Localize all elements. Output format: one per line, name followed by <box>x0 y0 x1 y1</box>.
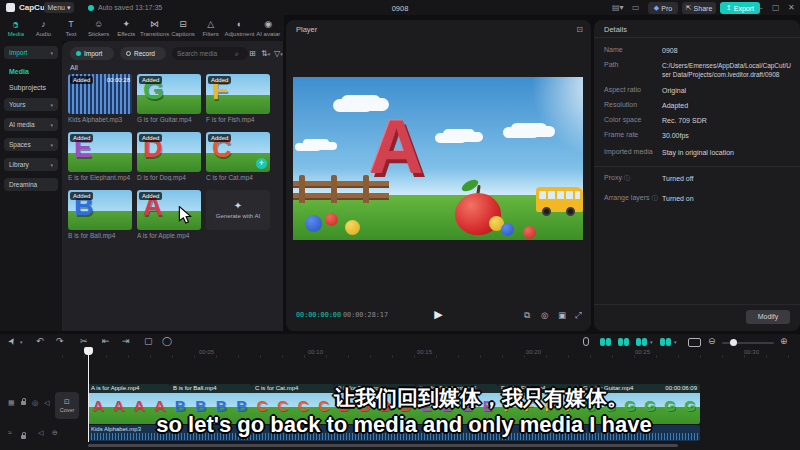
grid-view-icon[interactable]: ⊞ <box>249 49 256 58</box>
lock-track-icon[interactable] <box>21 435 26 439</box>
media-item-c[interactable]: C Added + C is for Cat.mp4 <box>206 132 270 181</box>
tab-filters[interactable]: △Filters <box>197 19 225 37</box>
autosave-status-icon <box>88 5 94 11</box>
hide-track-icon[interactable]: ◎ <box>32 399 38 407</box>
import-dot-icon <box>76 51 81 56</box>
delete-right-icon[interactable]: ⇥ <box>122 336 130 346</box>
tab-adjustment[interactable]: ◐Adjustment <box>224 19 254 37</box>
mirror-preview-icon[interactable]: ⧉ <box>524 310 530 321</box>
filter-all-label[interactable]: All <box>70 64 78 71</box>
zoom-in-icon[interactable]: ⊕ <box>780 336 788 346</box>
playhead-handle[interactable] <box>84 347 93 355</box>
chevron-down-icon[interactable]: ▾ <box>650 339 653 345</box>
added-badge: Added <box>139 192 162 200</box>
autosave-status: Auto saved 13:17:35 <box>98 4 162 11</box>
filter-icon[interactable]: ▽▾ <box>274 49 283 58</box>
ball-red <box>523 226 536 239</box>
undo-icon[interactable]: ↶ <box>36 336 44 346</box>
tab-transitions[interactable]: ⋈Transitions <box>140 19 169 37</box>
zoom-slider-handle[interactable] <box>730 339 737 346</box>
media-item-e[interactable]: E Added E is for Elephant.mp4 <box>68 132 132 181</box>
video-preview[interactable]: A <box>293 77 583 240</box>
maximize-button[interactable]: ▢ <box>772 3 780 12</box>
added-badge: Added <box>70 76 93 84</box>
lock-track-icon[interactable] <box>21 401 26 405</box>
import-button[interactable]: Import <box>70 47 114 60</box>
tab-captions[interactable]: ⊟Captions <box>169 19 197 37</box>
cloud <box>303 139 329 147</box>
tab-text[interactable]: TText <box>57 19 85 37</box>
media-item-f[interactable]: F Added F is for Fish.mp4 <box>206 74 270 123</box>
tab-media[interactable]: ▶Media <box>2 19 30 37</box>
sidebar-item-ai-media[interactable]: AI media▾ <box>4 118 58 131</box>
fullscreen-icon[interactable]: ⤢ <box>575 310 582 321</box>
generate-with-ai-tile[interactable]: ✦ Generate with AI <box>206 190 270 230</box>
chevron-down-icon[interactable]: ▾ <box>20 339 23 345</box>
detail-value: Adapted <box>662 101 794 110</box>
media-item-audio[interactable]: Added 00:00:28 Kids Alphabet.mp3 <box>68 74 132 123</box>
sidebar-item-import[interactable]: Import▾ <box>4 46 58 59</box>
detail-label: Proxy ⓘ <box>604 174 630 183</box>
sidebar-item-media[interactable]: Media <box>9 68 29 75</box>
tab-stickers[interactable]: ☺Stickers <box>85 19 113 37</box>
pro-button[interactable]: ◆Pro <box>648 2 678 14</box>
added-badge: Added <box>70 192 93 200</box>
add-to-timeline-button[interactable]: + <box>256 158 267 169</box>
tab-ai-avatar[interactable]: ◉AI avatar <box>254 19 282 37</box>
preview-axis-icon[interactable] <box>688 338 701 347</box>
tab-audio[interactable]: ♪Audio <box>30 19 58 37</box>
cover-button[interactable]: ⊡ Cover <box>55 392 79 419</box>
minimize-button[interactable]: – <box>758 3 762 12</box>
ruler-label: 00:15 <box>417 349 432 355</box>
layout-toggle-icon[interactable]: ▤▾ <box>612 3 624 12</box>
media-search[interactable]: ⌕ <box>172 47 248 60</box>
sidebar-item-spaces[interactable]: Spaces▾ <box>4 138 58 151</box>
tab-effects[interactable]: ✦Effects <box>112 19 140 37</box>
sort-icon[interactable]: ⇅▾ <box>261 49 270 58</box>
delete-left-icon[interactable]: ⇤ <box>102 336 110 346</box>
media-item-b[interactable]: B Added B is for Ball.mp4 <box>68 190 132 239</box>
media-item-g[interactable]: G Added G is for Guitar.mp4 <box>137 74 201 123</box>
mute-track-icon[interactable]: ◁ <box>44 399 49 407</box>
sidebar-item-yours[interactable]: Yours▾ <box>4 98 58 111</box>
search-input[interactable] <box>177 50 235 57</box>
detail-label: Path <box>604 61 618 68</box>
collapse-track-icon[interactable]: ⊖ <box>52 429 58 437</box>
media-item-name: F is for Fish.mp4 <box>206 116 270 123</box>
snap-toggle-icon[interactable] <box>636 338 647 346</box>
mic-icon[interactable] <box>583 337 589 346</box>
collapse-panel-icon[interactable]: ⊡ <box>576 25 583 34</box>
sidebar-item-subprojects[interactable]: Subprojects <box>9 84 46 91</box>
horizontal-scrollbar[interactable] <box>88 444 678 447</box>
detail-label: Name <box>604 46 623 53</box>
menu-button[interactable]: Menu ▾ <box>44 2 74 13</box>
modify-button[interactable]: Modify <box>746 310 790 324</box>
ball-blue <box>501 223 514 236</box>
select-tool-icon[interactable]: ➤ <box>6 335 18 347</box>
chevron-down-icon[interactable]: ▾ <box>674 339 677 345</box>
sidebar-item-dreamina[interactable]: Dreamina <box>4 178 58 191</box>
delete-icon[interactable]: ▢ <box>144 336 153 346</box>
magnet-toggle-icon[interactable] <box>618 338 629 346</box>
link-toggle-icon[interactable] <box>600 338 611 346</box>
focus-icon[interactable]: ◎ <box>541 310 548 320</box>
mute-track-icon[interactable]: ◁ <box>38 429 43 437</box>
audio-thumbnail: Added 00:00:28 <box>68 74 132 114</box>
record-button[interactable]: Record <box>120 47 166 60</box>
split-icon[interactable]: ✂ <box>80 336 88 346</box>
close-button[interactable]: ✕ <box>788 3 795 12</box>
sidebar-item-library[interactable]: Library▾ <box>4 158 58 171</box>
redo-icon[interactable]: ↷ <box>56 336 64 346</box>
panel-layout-icon[interactable]: ▭ <box>632 3 640 12</box>
cloud <box>511 123 547 134</box>
media-item-d[interactable]: D Added D is for Dog.mp4 <box>137 132 201 181</box>
player-title: Player <box>296 25 317 34</box>
share-button[interactable]: ⇱Share <box>682 2 716 14</box>
ratio-icon[interactable]: ▣ <box>558 310 566 320</box>
keyframe-toggle-icon[interactable] <box>660 338 671 346</box>
zoom-out-icon[interactable]: ⊖ <box>708 336 716 346</box>
export-button[interactable]: ↥Export <box>720 2 760 14</box>
crop-icon[interactable]: ◯ <box>162 336 172 346</box>
media-item-name: C is for Cat.mp4 <box>206 174 270 181</box>
detail-label: Frame rate <box>604 131 638 138</box>
